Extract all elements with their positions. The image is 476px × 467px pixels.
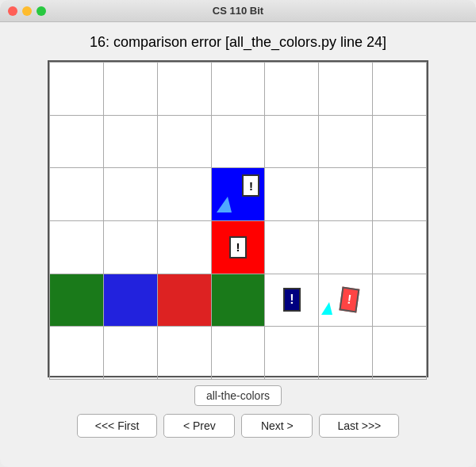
cell-3-3 bbox=[157, 168, 211, 221]
cell-5-5: ! bbox=[265, 274, 319, 327]
table-row bbox=[50, 63, 427, 116]
cell-4-5 bbox=[265, 220, 319, 274]
cell-2-5 bbox=[265, 115, 319, 168]
cell-4-1 bbox=[50, 220, 104, 274]
table-row: ! bbox=[50, 220, 427, 274]
error-icon-red-cell: ! bbox=[229, 236, 247, 258]
cell-1-6 bbox=[319, 63, 373, 116]
window-title: CS 110 Bit bbox=[213, 5, 263, 17]
cell-6-1 bbox=[50, 327, 104, 380]
cell-5-6: ! bbox=[319, 274, 373, 327]
cell-6-6 bbox=[319, 327, 373, 380]
cell-6-7 bbox=[373, 327, 427, 380]
cell-2-4 bbox=[211, 115, 265, 168]
cell-6-4 bbox=[211, 327, 265, 380]
prev-button[interactable]: < Prev bbox=[163, 414, 235, 438]
cell-4-4-red: ! bbox=[211, 220, 265, 274]
triangle-cyan-icon bbox=[321, 302, 332, 315]
cell-3-6 bbox=[319, 168, 373, 221]
cell-3-1 bbox=[50, 168, 104, 221]
minimize-button[interactable] bbox=[22, 6, 32, 16]
cell-2-7 bbox=[373, 115, 427, 168]
grid-table: ! ! bbox=[49, 62, 427, 380]
cell-4-2 bbox=[103, 220, 157, 274]
cell-5-1-green bbox=[50, 274, 104, 327]
cell-3-7 bbox=[373, 168, 427, 221]
filename-badge: all-the-colors bbox=[194, 385, 282, 406]
error-icon-dark-blue: ! bbox=[283, 288, 301, 312]
cell-2-6 bbox=[319, 115, 373, 168]
cell-1-2 bbox=[103, 63, 157, 116]
cell-2-2 bbox=[103, 115, 157, 168]
next-button[interactable]: Next > bbox=[241, 414, 313, 438]
cell-2-3 bbox=[157, 115, 211, 168]
cell-5-4-green bbox=[211, 274, 265, 327]
bottom-section: all-the-colors <<< First < Prev Next > L… bbox=[16, 385, 460, 438]
window-buttons bbox=[8, 6, 46, 16]
cell-1-1 bbox=[50, 63, 104, 116]
error-icon-blue-cell: ! bbox=[242, 174, 259, 197]
cell-5-2-blue bbox=[103, 274, 157, 327]
table-row bbox=[50, 327, 427, 380]
maximize-button[interactable] bbox=[36, 6, 46, 16]
cell-1-3 bbox=[157, 63, 211, 116]
error-icon-red2: ! bbox=[339, 287, 359, 313]
cell-4-3 bbox=[157, 220, 211, 274]
last-button[interactable]: Last >>> bbox=[319, 414, 399, 438]
close-button[interactable] bbox=[8, 6, 17, 16]
title-bar: CS 110 Bit bbox=[0, 0, 476, 22]
grid-container: ! ! bbox=[48, 60, 428, 377]
cell-2-1 bbox=[50, 115, 104, 168]
cell-4-7 bbox=[373, 220, 427, 274]
cell-1-7 bbox=[373, 63, 427, 116]
cell-5-3-red bbox=[157, 274, 211, 327]
error-title: 16: comparison error [all_the_colors.py … bbox=[90, 34, 386, 51]
cell-3-4-blue: ! bbox=[211, 168, 265, 221]
table-row: ! ! bbox=[50, 274, 427, 327]
triangle-blue-icon bbox=[217, 197, 232, 212]
first-button[interactable]: <<< First bbox=[77, 414, 158, 438]
cell-1-5 bbox=[265, 63, 319, 116]
cell-6-5 bbox=[265, 327, 319, 380]
cell-6-3 bbox=[157, 327, 211, 380]
cell-5-7 bbox=[373, 274, 427, 327]
cell-1-4 bbox=[211, 63, 265, 116]
table-row bbox=[50, 115, 427, 168]
table-row: ! bbox=[50, 168, 427, 221]
main-content: 16: comparison error [all_the_colors.py … bbox=[0, 22, 476, 467]
cell-3-2 bbox=[103, 168, 157, 221]
nav-buttons: <<< First < Prev Next > Last >>> bbox=[77, 414, 400, 438]
cell-3-5 bbox=[265, 168, 319, 221]
cell-6-2 bbox=[103, 327, 157, 380]
cell-4-6 bbox=[319, 220, 373, 274]
